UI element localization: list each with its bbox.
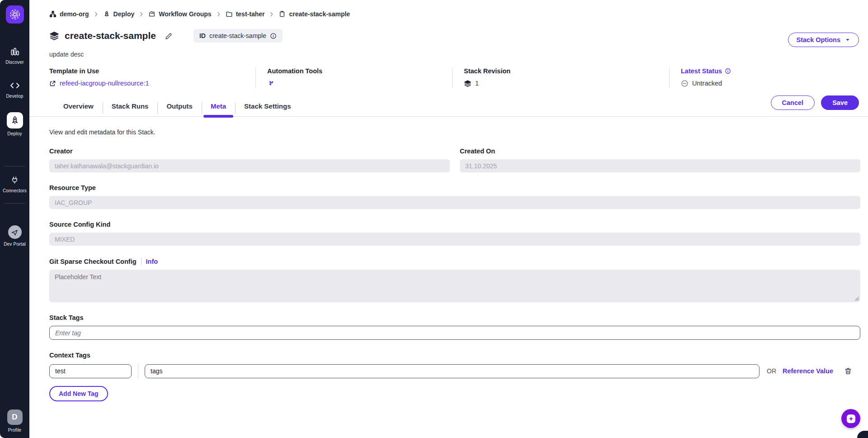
source-config-kind-field-group: Source Config Kind: [49, 221, 860, 246]
sidebar-item-discover[interactable]: Discover: [5, 46, 24, 65]
creator-field-group: Creator: [49, 148, 450, 172]
status-label: Latest Status: [681, 67, 722, 75]
tab-stack-settings[interactable]: Stack Settings: [235, 102, 300, 116]
context-tag-value-input[interactable]: [145, 364, 760, 378]
sidebar-label: Profile: [8, 428, 22, 433]
dev-portal-icon: [8, 225, 22, 239]
or-label: OR: [767, 367, 776, 375]
resource-type-field-group: Resource Type: [49, 184, 860, 209]
info-icon[interactable]: [270, 33, 277, 39]
sidebar-item-connectors[interactable]: Connectors: [3, 175, 27, 193]
automation-tools-col: Automation Tools: [255, 67, 452, 88]
resize-handle-icon[interactable]: [854, 296, 859, 301]
template-in-use-col: Template in Use refeed-iacgroup-nullreso…: [29, 67, 255, 88]
title-row: create-stack-sample ID create-stack-samp…: [49, 29, 859, 43]
source-config-kind-label: Source Config Kind: [49, 221, 860, 228]
tab-actions: Cancel Save: [771, 95, 859, 110]
creator-input: [49, 159, 450, 172]
breadcrumb-label: test-taher: [236, 10, 265, 18]
latest-status-col: Latest Status Untracked: [669, 67, 868, 88]
tab-meta[interactable]: Meta: [202, 102, 235, 116]
breadcrumb-label: Workflow Groups: [159, 10, 211, 18]
git-sparse-textarea: [49, 270, 860, 302]
breadcrumb-label: create-stack-sample: [289, 10, 350, 18]
breadcrumb-item-stack[interactable]: create-stack-sample: [278, 10, 350, 18]
breadcrumb-item-deploy[interactable]: Deploy: [103, 10, 135, 18]
tab-outputs[interactable]: Outputs: [157, 102, 202, 116]
breadcrumb-label: demo-org: [60, 10, 89, 18]
sidebar-item-profile[interactable]: D Profile: [7, 409, 23, 433]
breadcrumb: demo-org Deploy: [29, 0, 868, 18]
rocket-icon: [7, 112, 23, 129]
sidebar-item-develop[interactable]: Develop: [6, 80, 23, 99]
app-logo[interactable]: [6, 5, 24, 24]
context-tags-label: Context Tags: [49, 352, 860, 359]
chevron-right-icon: [138, 11, 144, 17]
sidebar-divider: [5, 166, 25, 167]
reference-value-link[interactable]: Reference Value: [783, 367, 833, 375]
trash-icon[interactable]: [844, 367, 852, 375]
chevron-right-icon: [93, 11, 99, 17]
sidebar-divider: [5, 203, 25, 204]
stack-tags-input[interactable]: [49, 326, 860, 340]
revision-label: Stack Revision: [464, 67, 660, 75]
tabs-bar: Overview Stack Runs Outputs Meta Stack S…: [29, 99, 868, 117]
edit-pencil-icon[interactable]: [165, 32, 173, 40]
breadcrumb-item-org[interactable]: demo-org: [49, 10, 89, 18]
breadcrumb-item-workflow-groups[interactable]: Workflow Groups: [148, 10, 211, 18]
external-link-icon: [49, 80, 56, 87]
stack-revision-col: Stack Revision 1: [452, 67, 669, 88]
add-new-tag-button[interactable]: Add New Tag: [49, 386, 108, 401]
tab-stack-runs[interactable]: Stack Runs: [103, 102, 158, 116]
sidebar-label: Deploy: [7, 131, 22, 136]
sidebar-item-dev-portal[interactable]: Dev Portal: [4, 225, 26, 247]
git-sparse-field-group: Git Sparse Checkout Config Info: [49, 257, 860, 302]
assistant-fab-button[interactable]: [841, 409, 860, 428]
meta-form: View and edit metadata for this Stack. C…: [29, 117, 868, 401]
revision-value: 1: [475, 80, 479, 87]
label-divider: [141, 257, 142, 265]
sidebar-label: Connectors: [3, 188, 27, 193]
form-intro-text: View and edit metadata for this Stack.: [49, 129, 860, 136]
context-tags-field-group: Context Tags OR Reference Value Add New …: [49, 352, 860, 401]
created-on-label: Created On: [460, 148, 860, 155]
info-icon: [725, 68, 731, 74]
tab-overview[interactable]: Overview: [54, 102, 103, 116]
sidebar-label: Develop: [6, 94, 23, 99]
breadcrumb-label: Deploy: [113, 10, 135, 18]
id-label: ID: [199, 32, 206, 39]
sidebar-label: Dev Portal: [4, 242, 26, 247]
latest-status-label-row[interactable]: Latest Status: [681, 67, 859, 75]
stack-info-row: Template in Use refeed-iacgroup-nullreso…: [29, 67, 868, 88]
stack-options-label: Stack Options: [797, 36, 841, 43]
save-button[interactable]: Save: [821, 95, 859, 110]
context-tag-row: OR Reference Value: [49, 363, 860, 379]
breadcrumb-item-workflow-group[interactable]: test-taher: [226, 10, 265, 18]
cancel-button[interactable]: Cancel: [771, 95, 815, 110]
automation-label: Automation Tools: [267, 67, 443, 75]
plug-icon: [9, 175, 20, 186]
resource-type-label: Resource Type: [49, 184, 860, 191]
layers-icon: [464, 80, 472, 87]
bar-chart-icon: [9, 46, 20, 57]
folders-icon: [148, 10, 156, 18]
sidebar-item-deploy[interactable]: Deploy: [7, 112, 23, 136]
chevron-right-icon: [216, 11, 222, 17]
source-config-kind-input: [49, 233, 860, 246]
minus-circle-icon: [681, 80, 689, 87]
sidebar-label: Discover: [5, 60, 24, 65]
sidebar: Discover Develop Deploy: [0, 0, 29, 438]
org-icon: [49, 10, 57, 18]
page-title: create-stack-sample: [65, 30, 156, 41]
template-link[interactable]: refeed-iacgroup-nullresource:1: [60, 80, 149, 87]
context-tag-key-input[interactable]: [49, 364, 132, 378]
git-sparse-info-link[interactable]: Info: [146, 258, 158, 265]
template-label: Template in Use: [49, 67, 246, 75]
status-badge: Untracked: [692, 80, 722, 87]
stack-options-button[interactable]: Stack Options: [788, 33, 859, 47]
created-on-input: [460, 159, 860, 172]
created-on-field-group: Created On: [460, 148, 860, 172]
terraform-icon: [267, 80, 274, 87]
stack-id-badge: ID create-stack-sample: [193, 29, 283, 43]
input-divider: [138, 363, 138, 379]
